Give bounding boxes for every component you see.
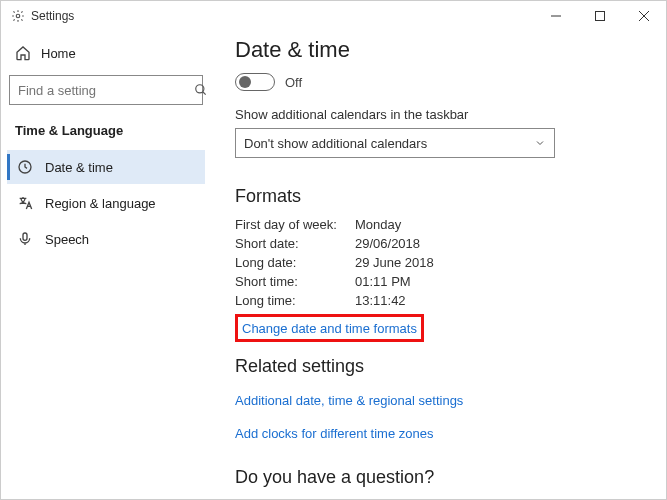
calendars-select-value: Don't show additional calendars [244, 136, 427, 151]
minimize-button[interactable] [534, 1, 578, 31]
toggle-label: Off [285, 75, 302, 90]
sidebar: Home Time & Language Date & time Reg [1, 31, 211, 499]
highlight-box: Change date and time formats [235, 314, 424, 342]
clock-icon [17, 159, 33, 175]
sidebar-item-date-time[interactable]: Date & time [7, 150, 205, 184]
svg-rect-8 [23, 233, 27, 240]
format-value: 13:11:42 [355, 293, 406, 308]
sidebar-item-region-language[interactable]: Region & language [7, 186, 205, 220]
home-label: Home [41, 46, 76, 61]
sidebar-item-label: Region & language [45, 196, 156, 211]
svg-point-5 [196, 85, 204, 93]
search-input[interactable] [10, 79, 194, 102]
sidebar-item-speech[interactable]: Speech [7, 222, 205, 256]
content[interactable]: Date & time Off Show additional calendar… [211, 31, 666, 499]
window-controls [534, 1, 666, 31]
format-row: Short date:29/06/2018 [235, 236, 648, 251]
body: Home Time & Language Date & time Reg [1, 31, 666, 499]
calendars-label: Show additional calendars in the taskbar [235, 107, 648, 122]
language-icon [17, 195, 33, 211]
settings-app-icon [11, 9, 25, 23]
additional-settings-link[interactable]: Additional date, time & regional setting… [235, 393, 463, 408]
window-title: Settings [31, 9, 74, 23]
question-heading: Do you have a question? [235, 467, 648, 488]
sidebar-heading: Time & Language [7, 117, 205, 148]
microphone-icon [17, 231, 33, 247]
format-row: Short time:01:11 PM [235, 274, 648, 289]
home-icon [15, 45, 31, 61]
format-key: Long time: [235, 293, 355, 308]
format-key: First day of week: [235, 217, 355, 232]
format-row: First day of week:Monday [235, 217, 648, 232]
format-value: Monday [355, 217, 401, 232]
toggle-row: Off [235, 73, 648, 91]
svg-rect-2 [596, 12, 605, 21]
settings-window: Settings Home Time & Language [0, 0, 667, 500]
format-value: 01:11 PM [355, 274, 411, 289]
titlebar: Settings [1, 1, 666, 31]
toggle-knob [239, 76, 251, 88]
formats-heading: Formats [235, 186, 648, 207]
calendars-select[interactable]: Don't show additional calendars [235, 128, 555, 158]
toggle-switch[interactable] [235, 73, 275, 91]
format-key: Short date: [235, 236, 355, 251]
page-title: Date & time [235, 37, 648, 63]
format-value: 29/06/2018 [355, 236, 420, 251]
svg-line-6 [203, 92, 206, 95]
search-box[interactable] [9, 75, 203, 105]
format-key: Long date: [235, 255, 355, 270]
change-formats-link[interactable]: Change date and time formats [242, 321, 417, 336]
home-button[interactable]: Home [7, 39, 205, 67]
add-clocks-link[interactable]: Add clocks for different time zones [235, 426, 433, 441]
search-icon [194, 83, 208, 97]
format-row: Long date:29 June 2018 [235, 255, 648, 270]
close-button[interactable] [622, 1, 666, 31]
format-key: Short time: [235, 274, 355, 289]
related-heading: Related settings [235, 356, 648, 377]
maximize-button[interactable] [578, 1, 622, 31]
sidebar-item-label: Date & time [45, 160, 113, 175]
chevron-down-icon [534, 137, 546, 149]
format-row: Long time:13:11:42 [235, 293, 648, 308]
svg-point-0 [16, 14, 20, 18]
title-left: Settings [11, 9, 74, 23]
sidebar-item-label: Speech [45, 232, 89, 247]
format-value: 29 June 2018 [355, 255, 434, 270]
